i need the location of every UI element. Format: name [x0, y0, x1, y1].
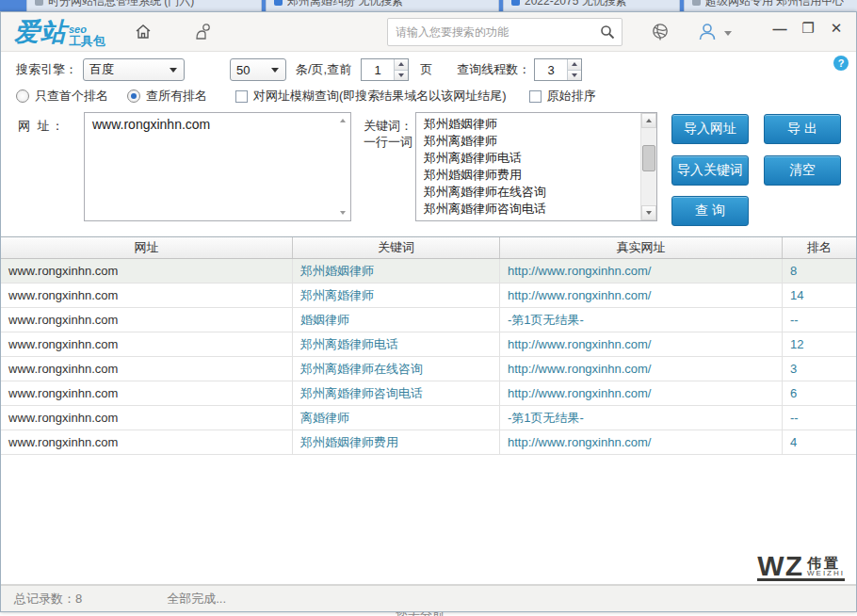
threads-value[interactable]: 3	[535, 59, 567, 80]
checkbox-fuzzy-url[interactable]	[235, 90, 248, 103]
engine-label: 搜索引擎：	[16, 61, 77, 78]
url-cell: www.rongxinhn.com	[1, 284, 293, 307]
search-input[interactable]	[388, 25, 593, 39]
user-account-area[interactable]	[696, 21, 732, 43]
clear-button[interactable]: 清空	[764, 155, 841, 186]
home-icon[interactable]	[132, 21, 154, 43]
keyword-cell: 郑州离婚律师	[293, 284, 500, 307]
table-row[interactable]: www.rongxinhn.com郑州离婚律师http://www.rongxi…	[1, 284, 856, 308]
url-textarea-wrap: www.rongxinhn.com	[84, 112, 351, 221]
spin-down-button[interactable]	[568, 71, 581, 81]
keyword-cell: 婚姻律师	[293, 308, 500, 332]
tab-title: 时分网站信息管理系统 (门六)	[48, 0, 194, 9]
logo-text-seo: seo	[69, 24, 105, 35]
help-icon[interactable]: ?	[833, 56, 849, 71]
status-text: 全部完成...	[167, 591, 226, 608]
spin-up-button[interactable]	[395, 59, 408, 71]
keywords-textarea[interactable]	[416, 113, 640, 220]
chevron-down-icon	[271, 68, 279, 73]
tab-favicon	[274, 0, 283, 6]
chevron-down-icon	[170, 68, 177, 73]
engine-select[interactable]: 百度	[83, 58, 185, 81]
status-bar: 总记录数：8 全部完成...	[1, 585, 856, 611]
keyword-scrollbar	[640, 113, 656, 220]
real-url-cell: http://www.rongxinhn.com/	[500, 284, 783, 307]
user-avatar-icon[interactable]	[696, 21, 719, 43]
keyword-cell: 郑州离婚律师咨询电话	[293, 381, 500, 405]
url-cell: www.rongxinhn.com	[1, 259, 293, 283]
rank-cell: 4	[783, 430, 856, 454]
page-count-value[interactable]: 1	[362, 59, 394, 80]
table-row[interactable]: www.rongxinhn.com郑州婚姻律师http://www.rongxi…	[1, 259, 856, 284]
browser-tab-strip: 时分网站信息管理系统 (门六)郑州离婚纠纷 无忧搜索2022-2075 无忧搜索…	[0, 0, 857, 11]
keyword-cell: 郑州离婚律师电话	[293, 332, 500, 356]
watermark-wz: WZ	[757, 554, 803, 578]
real-url-cell: http://www.rongxinhn.com/	[500, 357, 783, 381]
import-url-button[interactable]: 导入网址	[671, 114, 749, 144]
table-row[interactable]: www.rongxinhn.com郑州离婚律师咨询电话http://www.ro…	[1, 381, 856, 406]
tab-title: 2022-2075 无忧搜索	[525, 0, 627, 9]
search-icon[interactable]	[593, 19, 622, 45]
app-header: 爱站 seo 工具包 —	[1, 12, 856, 52]
checkbox-original-order[interactable]	[529, 90, 542, 103]
radio-all-ranks[interactable]	[127, 89, 140, 103]
query-button[interactable]: 查 询	[671, 196, 749, 226]
table-row[interactable]: www.rongxinhn.com郑州婚姻律师费用http://www.rong…	[1, 430, 856, 455]
keyword-textarea-wrap	[415, 112, 657, 221]
scroll-down-icon[interactable]	[337, 207, 348, 219]
column-header[interactable]: 真实网址	[500, 237, 783, 258]
url-cell: www.rongxinhn.com	[1, 332, 293, 356]
browser-tab[interactable]: 郑州离婚纠纷 无忧搜索	[266, 0, 499, 11]
real-url-cell: http://www.rongxinhn.com/	[500, 381, 783, 405]
browser-tab[interactable]: 时分网站信息管理系统 (门六)	[26, 0, 262, 11]
tab-title: 超级网站专用 郑州信用中心	[705, 0, 844, 9]
app-window: 爱站 seo 工具包 —	[0, 11, 857, 612]
scrollbar-thumb[interactable]	[642, 145, 655, 171]
column-header[interactable]: 排名	[783, 237, 856, 258]
rank-cell: 6	[783, 381, 856, 405]
page-count-spinner: 1	[361, 58, 409, 81]
column-header[interactable]: 网址	[1, 237, 293, 258]
table-body: www.rongxinhn.com郑州婚姻律师http://www.rongxi…	[1, 259, 856, 455]
import-keywords-button[interactable]: 导入关键词	[671, 155, 749, 186]
maximize-button[interactable]: ❐	[794, 16, 822, 41]
rank-cell: --	[783, 406, 856, 430]
tab-favicon	[692, 0, 701, 6]
browser-tab[interactable]: 2022-2075 无忧搜索	[503, 0, 680, 11]
spin-up-button[interactable]	[568, 59, 581, 71]
checkbox-original-order-label: 原始排序	[547, 88, 596, 105]
contact-icon[interactable]	[192, 21, 215, 43]
close-button[interactable]: ✕	[822, 16, 850, 41]
real-url-cell: http://www.rongxinhn.com/	[500, 430, 783, 454]
browser-tab[interactable]: 超级网站专用 郑州信用中心	[684, 0, 857, 11]
tab-favicon	[35, 0, 43, 6]
export-button[interactable]: 导 出	[764, 114, 841, 144]
scroll-up-icon[interactable]	[337, 115, 348, 126]
rank-cell: 14	[783, 284, 856, 307]
per-page-select[interactable]: 50	[230, 58, 286, 81]
table-row[interactable]: www.rongxinhn.com郑州离婚律师在线咨询http://www.ro…	[1, 357, 856, 381]
watermark-name: 伟置	[807, 556, 845, 570]
chevron-down-icon[interactable]	[724, 31, 732, 36]
keyword-cell: 郑州离婚律师在线咨询	[293, 357, 500, 381]
radio-first-rank-only[interactable]	[16, 89, 29, 103]
scrollbar-track[interactable]	[641, 128, 656, 205]
radio-first-rank-label: 只查首个排名	[35, 88, 108, 105]
globe-icon[interactable]	[649, 21, 671, 43]
engine-selected-value: 百度	[84, 61, 170, 78]
url-cell: www.rongxinhn.com	[1, 406, 293, 430]
scroll-up-icon[interactable]	[641, 113, 656, 128]
column-header[interactable]: 关键词	[293, 237, 500, 258]
spin-down-button[interactable]	[395, 71, 408, 81]
threads-spinner: 3	[534, 58, 582, 81]
scroll-down-icon[interactable]	[641, 205, 656, 220]
checkbox-fuzzy-url-label: 对网址模糊查询(即搜索结果域名以该网址结尾)	[253, 88, 507, 105]
url-textarea[interactable]: www.rongxinhn.com	[85, 113, 350, 220]
rank-options-row: 只查首个排名 查所有排名 对网址模糊查询(即搜索结果域名以该网址结尾) 原始排序	[1, 86, 856, 106]
table-row[interactable]: www.rongxinhn.com郑州离婚律师电话http://www.rong…	[1, 332, 856, 357]
minimize-button[interactable]: —	[766, 16, 794, 41]
table-row[interactable]: www.rongxinhn.com离婚律师-第1页无结果---	[1, 406, 856, 430]
logo-text-sub: 工具包	[69, 35, 105, 47]
tab-title: 郑州离婚纠纷 无忧搜索	[287, 0, 403, 9]
table-row[interactable]: www.rongxinhn.com婚姻律师-第1页无结果---	[1, 308, 856, 332]
